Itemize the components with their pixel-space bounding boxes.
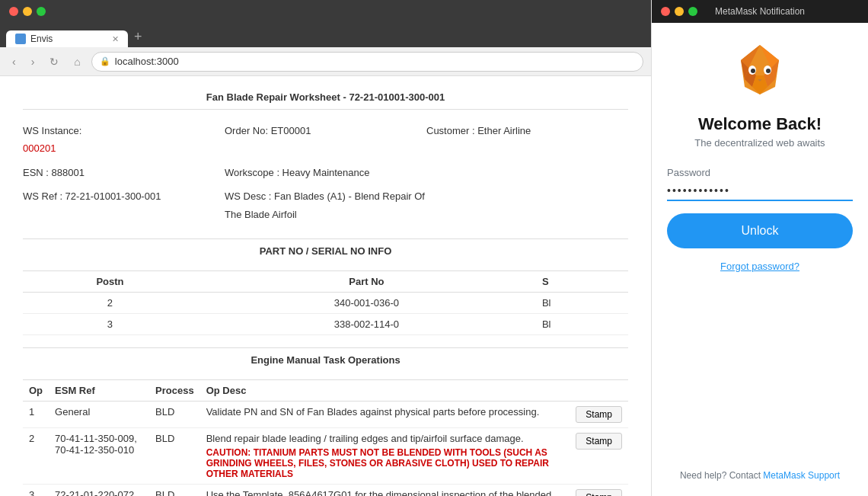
tab-bar: Envis ✕ + bbox=[0, 23, 651, 47]
page-title: Fan Blade Repair Worksheet - 72-21-01001… bbox=[23, 91, 628, 110]
op-process: BLD bbox=[149, 427, 200, 484]
close-button[interactable] bbox=[9, 7, 18, 16]
metamask-window: MetaMask Notification Welcome Back! The … bbox=[651, 0, 868, 496]
customer-label: Customer : Ether Airline bbox=[426, 125, 531, 136]
active-tab[interactable]: Envis ✕ bbox=[6, 30, 128, 47]
part-number: 340-001-036-0 bbox=[197, 292, 536, 313]
ws-desc-group: WS Desc : Fan Blades (A1) - Blend Repair… bbox=[225, 187, 426, 223]
mm-forgot-password-link[interactable]: Forgot password? bbox=[720, 261, 799, 272]
op-esm-ref: General bbox=[49, 401, 149, 427]
mm-password-label: Password bbox=[667, 167, 710, 178]
op-esm-ref: 70-41-11-350-009, 70-41-12-350-010 bbox=[49, 427, 149, 484]
traffic-lights bbox=[9, 7, 46, 16]
op-stamp-cell: Stamp bbox=[570, 401, 628, 427]
part-postn: 2 bbox=[23, 292, 197, 313]
op-desc-text: Use the Template, 856A4617G01 for the di… bbox=[206, 489, 552, 496]
workscope-group: Workscope : Heavy Maintenance bbox=[225, 164, 426, 181]
op-esm-ref: 72-21-01-220-072, Fig. 902 and 903 bbox=[49, 484, 149, 496]
parts-col-s: S bbox=[536, 270, 628, 292]
url-text: localhost:3000 bbox=[115, 56, 179, 67]
mm-traffic-lights bbox=[661, 7, 697, 16]
esn-group: ESN : 888001 bbox=[23, 164, 225, 181]
parts-col-partno: Part No bbox=[197, 270, 536, 292]
forward-button[interactable]: › bbox=[27, 53, 40, 71]
op-stamp-cell: Stamp bbox=[570, 427, 628, 484]
mm-titlebar: MetaMask Notification bbox=[652, 0, 868, 23]
parts-table-row: 3 338-002-114-0 Bl bbox=[23, 313, 628, 334]
home-button[interactable]: ⌂ bbox=[69, 53, 85, 71]
mm-help-text: Need help? Contact MetaMask Support bbox=[680, 470, 840, 481]
metamask-fox-logo bbox=[729, 41, 790, 102]
reload-button[interactable]: ↻ bbox=[45, 53, 63, 71]
op-desc-text: Blend repair blade leading / trailing ed… bbox=[206, 433, 524, 444]
mm-password-input[interactable] bbox=[667, 181, 853, 201]
new-tab-button[interactable]: + bbox=[128, 26, 148, 47]
parts-section-title: PART NO / SERIAL NO INFO bbox=[23, 238, 628, 263]
ws-desc-label: WS Desc : Fan Blades (A1) - Blend Repair… bbox=[225, 190, 425, 219]
mm-welcome-heading: Welcome Back! bbox=[698, 114, 822, 134]
browser-titlebar bbox=[0, 0, 651, 23]
op-description: Use the Template, 856A4617G01 for the di… bbox=[200, 484, 570, 496]
info-grid: WS Instance: 000201 Order No: ET00001 Cu… bbox=[23, 122, 628, 223]
op-description: Blend repair blade leading / trailing ed… bbox=[200, 427, 570, 484]
mm-maximize-button[interactable] bbox=[688, 7, 697, 16]
mm-close-button[interactable] bbox=[661, 7, 670, 16]
part-number: 338-002-114-0 bbox=[197, 313, 536, 334]
operations-table-row: 3 72-21-01-220-072, Fig. 902 and 903 BLD… bbox=[23, 484, 628, 496]
page-content: Fan Blade Repair Worksheet - 72-21-01001… bbox=[0, 76, 651, 496]
mm-unlock-button[interactable]: Unlock bbox=[667, 213, 853, 248]
mm-minimize-button[interactable] bbox=[675, 7, 684, 16]
mm-support-link[interactable]: MetaMask Support bbox=[763, 470, 840, 481]
parts-col-postn: Postn bbox=[23, 270, 197, 292]
back-button[interactable]: ‹ bbox=[8, 53, 21, 71]
stamp-button[interactable]: Stamp bbox=[576, 433, 622, 450]
op-col-process: Process bbox=[149, 379, 200, 401]
tab-favicon bbox=[15, 34, 26, 44]
lock-icon: 🔒 bbox=[100, 56, 110, 66]
address-bar[interactable]: 🔒 localhost:3000 bbox=[91, 52, 643, 72]
tab-label: Envis bbox=[30, 34, 53, 44]
part-postn: 3 bbox=[23, 313, 197, 334]
op-number: 3 bbox=[23, 484, 49, 496]
op-number: 2 bbox=[23, 427, 49, 484]
minimize-button[interactable] bbox=[23, 7, 32, 16]
mm-help-prefix: Need help? Contact bbox=[680, 470, 763, 481]
mm-welcome-subtitle: The decentralized web awaits bbox=[694, 137, 825, 149]
tab-close-button[interactable]: ✕ bbox=[112, 34, 119, 44]
caution-text: CAUTION: TITANIUM PARTS MUST NOT BE BLEN… bbox=[206, 447, 564, 479]
svg-point-10 bbox=[751, 69, 755, 73]
part-s: Bl bbox=[536, 313, 628, 334]
mm-password-wrapper bbox=[667, 181, 853, 201]
op-process: BLD bbox=[149, 401, 200, 427]
ws-ref-group: WS Ref : 72-21-01001-300-001 bbox=[23, 187, 225, 223]
browser-window: Envis ✕ + ‹ › ↻ ⌂ 🔒 localhost:3000 Fan B… bbox=[0, 0, 651, 496]
op-col-stamp bbox=[570, 379, 628, 401]
op-number: 1 bbox=[23, 401, 49, 427]
order-group: Order No: ET00001 bbox=[225, 122, 426, 158]
nav-bar: ‹ › ↻ ⌂ 🔒 localhost:3000 bbox=[0, 47, 651, 76]
operations-table-row: 1 General BLD Validate PN and SN of Fan … bbox=[23, 401, 628, 427]
op-col-desc: Op Desc bbox=[200, 379, 570, 401]
workscope-label: Workscope : Heavy Maintenance bbox=[225, 167, 370, 178]
part-s: Bl bbox=[536, 292, 628, 313]
svg-point-11 bbox=[766, 69, 771, 73]
esn-label: ESN : 888001 bbox=[23, 167, 85, 178]
operations-section-title: Engine Manual Task Operations bbox=[23, 347, 628, 372]
ws-instance-label: WS Instance: bbox=[23, 125, 81, 136]
mm-body: Welcome Back! The decentralized web awai… bbox=[652, 23, 868, 496]
mm-window-title: MetaMask Notification bbox=[715, 6, 805, 17]
ws-ref-label: WS Ref : 72-21-01001-300-001 bbox=[23, 190, 161, 202]
operations-table: Op ESM Ref Process Op Desc 1 General BLD… bbox=[23, 379, 628, 496]
op-col-op: Op bbox=[23, 379, 49, 401]
op-desc-text: Validate PN and SN of Fan Blades against… bbox=[206, 406, 540, 418]
maximize-button[interactable] bbox=[37, 7, 46, 16]
op-process: BLD bbox=[149, 484, 200, 496]
stamp-button[interactable]: Stamp bbox=[576, 489, 622, 496]
parts-table-row: 2 340-001-036-0 Bl bbox=[23, 292, 628, 313]
customer-group: Customer : Ether Airline bbox=[426, 122, 628, 158]
parts-table: Postn Part No S 2 340-001-036-0 Bl 3 338… bbox=[23, 270, 628, 335]
ws-instance-group: WS Instance: 000201 bbox=[23, 122, 225, 158]
stamp-button[interactable]: Stamp bbox=[576, 406, 622, 423]
order-label: Order No: ET00001 bbox=[225, 125, 311, 136]
ws-instance-value: 000201 bbox=[23, 142, 56, 154]
